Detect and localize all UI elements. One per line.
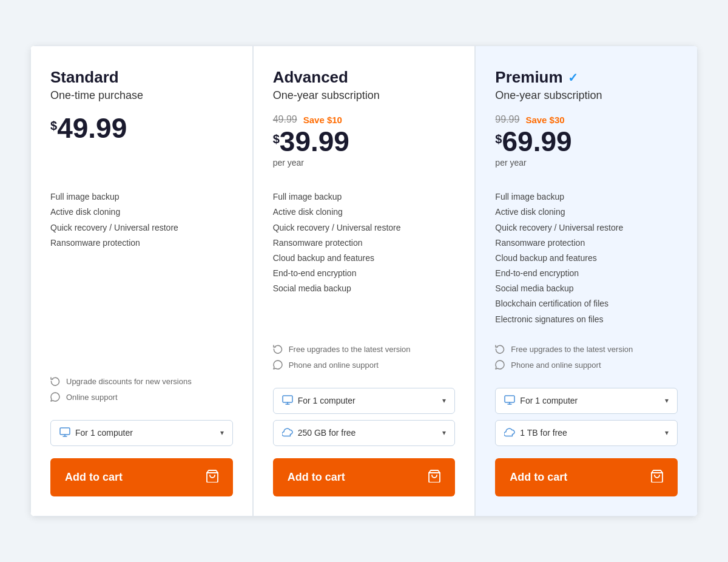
original-price-row: 99.99Save $30: [495, 114, 678, 125]
features-section: Full image backupActive disk cloningQuic…: [50, 189, 233, 359]
pricing-section: $49.99: [50, 114, 233, 175]
price-dollar-sign: $: [273, 132, 280, 146]
selects-section: For 1 computer ▾ 1 TB for free ▾: [495, 388, 678, 446]
current-price-row: $49.99: [50, 114, 233, 142]
cloud-icon: [504, 427, 515, 439]
computer-dropdown[interactable]: For 1 computer ▾: [495, 388, 678, 414]
monitor-icon: [504, 394, 515, 407]
select-left: 1 TB for free: [504, 427, 567, 439]
plan-card-advanced: AdvancedOne-year subscription49.99Save $…: [253, 46, 476, 516]
add-to-cart-button[interactable]: Add to cart: [50, 458, 233, 496]
add-to-cart-label: Add to cart: [510, 471, 567, 484]
features-section: Full image backupActive disk cloningQuic…: [495, 189, 678, 327]
computer-dropdown[interactable]: For 1 computer ▾: [50, 420, 233, 446]
cart-icon: [427, 469, 440, 486]
feature-item: Quick recovery / Universal restore: [50, 220, 233, 235]
add-to-cart-button[interactable]: Add to cart: [495, 458, 678, 496]
price-dollar-sign: $: [50, 119, 57, 133]
plan-card-premium: Premium✓One-year subscription99.99Save $…: [475, 46, 698, 516]
plan-name: Advanced: [273, 68, 456, 87]
price-amount: 69.99: [502, 127, 571, 155]
select-left: For 1 computer: [59, 427, 133, 439]
chevron-down-icon: ▾: [220, 428, 224, 437]
extras-section: Free upgrades to the latest versionPhone…: [273, 344, 456, 376]
svg-rect-4: [283, 396, 292, 402]
storage-dropdown[interactable]: 1 TB for free ▾: [495, 420, 678, 446]
feature-item: Full image backup: [495, 189, 678, 205]
cart-icon: [205, 469, 218, 486]
cloud-icon: [282, 427, 293, 439]
plan-header: Premium✓One-year subscription: [495, 68, 678, 102]
extra-item: Free upgrades to the latest version: [495, 344, 678, 355]
price-period: per year: [273, 158, 456, 168]
chat-icon: [50, 392, 61, 403]
computer-dropdown[interactable]: For 1 computer ▾: [273, 388, 456, 414]
plan-check-icon: ✓: [568, 70, 578, 85]
extra-text: Online support: [66, 393, 118, 402]
plan-name: Premium✓: [495, 68, 678, 87]
headset-icon: [273, 360, 284, 371]
computer-dropdown-text: For 1 computer: [75, 428, 133, 438]
headset-icon: [495, 360, 506, 371]
extra-text: Upgrade discounts for new versions: [66, 377, 192, 386]
select-left: For 1 computer: [282, 394, 356, 407]
extra-item: Phone and online support: [273, 360, 456, 371]
feature-item: Blockchain certification of files: [495, 296, 678, 311]
feature-item: Quick recovery / Universal restore: [273, 220, 456, 235]
extras-section: Free upgrades to the latest versionPhone…: [495, 344, 678, 376]
chevron-down-icon: ▾: [442, 396, 446, 405]
refresh-icon: [273, 344, 284, 355]
feature-item: Ransomware protection: [273, 235, 456, 251]
feature-item: Electronic signatures on files: [495, 312, 678, 327]
original-price: 49.99: [273, 114, 297, 125]
extra-text: Phone and online support: [289, 361, 379, 370]
monitor-icon: [282, 394, 293, 407]
price-amount: 39.99: [280, 127, 349, 155]
price-dollar-sign: $: [495, 132, 502, 146]
select-left: 250 GB for free: [282, 427, 356, 439]
pricing-section: 99.99Save $30$69.99per year: [495, 114, 678, 175]
plan-type: One-year subscription: [273, 89, 456, 102]
plan-type: One-time purchase: [50, 89, 233, 102]
refresh-icon: [50, 376, 61, 387]
pricing-table: StandardOne-time purchase$49.99Full imag…: [30, 46, 698, 516]
feature-item: Ransomware protection: [50, 235, 233, 251]
storage-dropdown[interactable]: 250 GB for free ▾: [273, 420, 456, 446]
feature-item: Active disk cloning: [495, 205, 678, 220]
refresh-icon: [495, 344, 506, 355]
feature-item: Full image backup: [50, 189, 233, 205]
original-price: 99.99: [495, 114, 519, 125]
extra-item: Upgrade discounts for new versions: [50, 376, 233, 387]
extra-item: Phone and online support: [495, 360, 678, 371]
feature-item: End-to-end encryption: [273, 266, 456, 281]
features-section: Full image backupActive disk cloningQuic…: [273, 189, 456, 327]
feature-item: Ransomware protection: [495, 235, 678, 251]
computer-dropdown-text: For 1 computer: [520, 396, 578, 405]
chevron-down-icon: ▾: [665, 396, 669, 405]
current-price-row: $39.99: [273, 127, 456, 155]
feature-item: Active disk cloning: [50, 205, 233, 220]
selects-section: For 1 computer ▾ 250 GB for free ▾: [273, 388, 456, 446]
extras-section: Upgrade discounts for new versionsOnline…: [50, 376, 233, 408]
plan-type: One-year subscription: [495, 89, 678, 102]
save-badge: Save $30: [525, 115, 564, 125]
feature-item: Quick recovery / Universal restore: [495, 220, 678, 235]
extra-text: Free upgrades to the latest version: [511, 345, 633, 354]
monitor-icon: [59, 427, 70, 439]
chevron-down-icon: ▾: [442, 428, 446, 437]
selects-section: For 1 computer ▾: [50, 420, 233, 446]
price-period: per year: [495, 158, 678, 168]
add-to-cart-label: Add to cart: [288, 471, 345, 484]
feature-item: Cloud backup and features: [273, 251, 456, 266]
plan-card-standard: StandardOne-time purchase$49.99Full imag…: [30, 46, 253, 516]
price-amount: 49.99: [57, 114, 127, 142]
computer-dropdown-text: For 1 computer: [298, 396, 356, 405]
feature-item: Cloud backup and features: [495, 251, 678, 266]
storage-dropdown-text: 250 GB for free: [298, 428, 356, 438]
add-to-cart-button[interactable]: Add to cart: [273, 458, 456, 496]
extra-item: Online support: [50, 392, 233, 403]
plan-name: Standard: [50, 68, 233, 87]
pricing-section: 49.99Save $10$39.99per year: [273, 114, 456, 175]
save-badge: Save $10: [303, 115, 342, 125]
current-price-row: $69.99: [495, 127, 678, 155]
